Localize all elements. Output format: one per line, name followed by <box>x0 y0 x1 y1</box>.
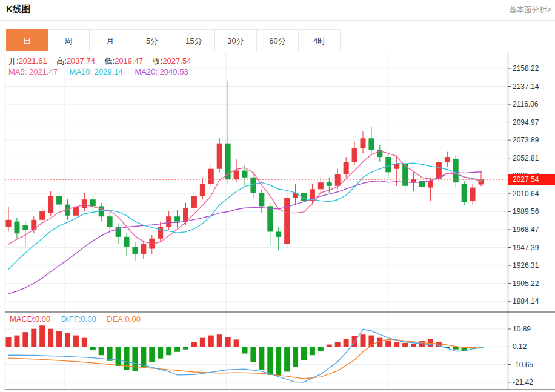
tab-month[interactable]: 月 <box>90 29 131 51</box>
diff-legend: DIFF:0.00 <box>61 314 96 324</box>
y-axis-label: 2158.22 <box>513 64 539 73</box>
y-axis-label: 2116.06 <box>513 100 539 108</box>
y-axis-label: 1926.31 <box>513 261 539 270</box>
y-axis-label: 1947.39 <box>513 244 539 252</box>
low-label: 低: <box>105 56 115 65</box>
y-axis-label: 1989.56 <box>513 207 539 216</box>
y-axis-label: 1968.47 <box>513 225 539 234</box>
close-label: 收: <box>153 56 163 65</box>
y-axis-label: -21.42 <box>513 378 533 387</box>
y-axis-label: 0.12 <box>513 342 527 351</box>
macd-legend: MACD:0.00 <box>10 314 50 324</box>
ma-header: MA5: 2021.47 MA10: 2029.14 MA20: 2040.53 <box>8 67 198 76</box>
tab-30min[interactable]: 30分 <box>215 29 257 51</box>
high-value: 2037.74 <box>67 56 95 65</box>
y-axis-label: 2052.81 <box>513 154 539 162</box>
y-axis-label: 2137.14 <box>513 82 539 91</box>
dea-legend: DEA:0.00 <box>107 314 141 324</box>
tab-5min[interactable]: 5分 <box>131 29 173 51</box>
y-axis-label: 1884.14 <box>513 297 539 305</box>
period-tabs: 日 周 月 5分 15分 30分 60分 4时 <box>6 29 341 51</box>
macd-header: MACD:0.00 DIFF:0.00 DEA:0.00 <box>10 314 149 324</box>
y-axis-label: -10.65 <box>513 360 533 369</box>
y-axis-label: 2010.64 <box>513 190 539 198</box>
last-price-tag: 2027.54 <box>508 174 555 185</box>
tab-week[interactable]: 周 <box>48 29 90 51</box>
close-value: 2027.54 <box>162 56 191 65</box>
tab-60min[interactable]: 60分 <box>257 29 299 51</box>
ma10-legend: MA10: 2029.14 <box>70 67 123 76</box>
y-axis-label: 2073.89 <box>513 136 539 144</box>
low-value: 2019.47 <box>115 56 143 65</box>
open-label: 开: <box>8 56 19 65</box>
y-axis-label: 10.89 <box>513 325 531 333</box>
high-label: 高: <box>56 56 67 65</box>
ohlc-header: 开:2021.61 高:2037.74 低:2019.47 收:2027.54 <box>8 56 198 67</box>
kline-page: K线图 基本面分析> 日 周 月 5分 15分 30分 60分 4时 开:202… <box>0 0 555 392</box>
tab-4hour[interactable]: 4时 <box>299 29 341 51</box>
tab-day[interactable]: 日 <box>6 29 48 51</box>
ma5-legend: MA5: 2021.47 <box>8 67 58 76</box>
tab-15min[interactable]: 15分 <box>173 29 215 51</box>
ma20-legend: MA20: 2040.53 <box>135 67 188 76</box>
open-value: 2021.61 <box>19 56 47 65</box>
y-axis-label: 1905.22 <box>513 279 539 288</box>
y-axis-label: 2094.97 <box>513 118 539 127</box>
